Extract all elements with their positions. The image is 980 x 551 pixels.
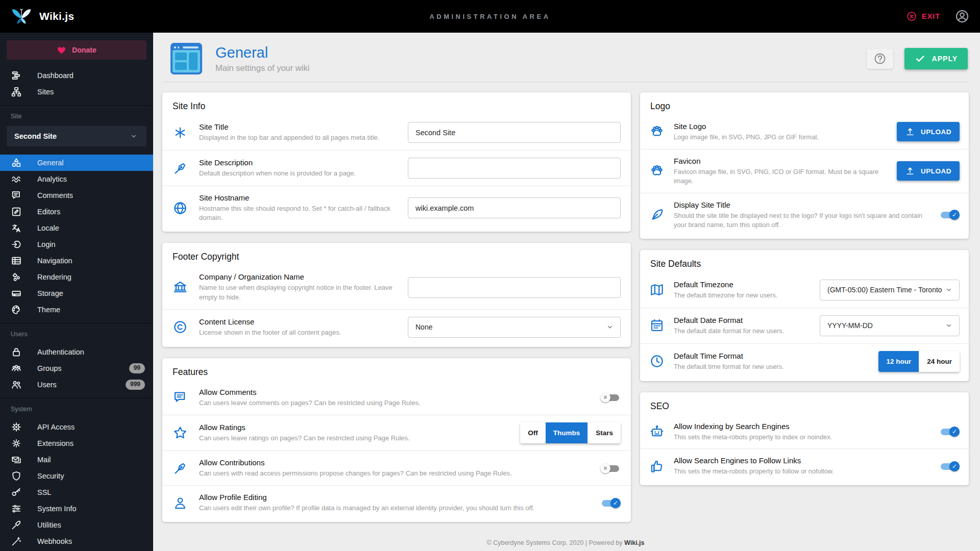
apply-button[interactable]: APPLY bbox=[904, 48, 968, 69]
x-circle-icon bbox=[906, 11, 917, 22]
time-format-12h-button[interactable]: 12 hour bbox=[878, 351, 919, 372]
sidebar-item-webhooks[interactable]: Webhooks bbox=[0, 533, 153, 549]
tune-icon bbox=[11, 503, 22, 514]
sidebar-item-general[interactable]: General bbox=[0, 155, 153, 171]
site-hostname-row: Site Hostname Hostname this site should … bbox=[162, 186, 631, 230]
default-timezone-select[interactable]: (GMT-05:00) Eastern Time - Toronto bbox=[820, 280, 960, 300]
sidebar-item-extensions[interactable]: Extensions bbox=[0, 435, 153, 452]
site-logo-row: Site Logo Logo image file, in SVG, PNG, … bbox=[640, 115, 969, 149]
brand[interactable]: Wiki.js bbox=[10, 5, 153, 28]
sidebar-item-system-info[interactable]: System Info bbox=[0, 500, 153, 517]
sidebar-item-analytics[interactable]: Analytics bbox=[0, 171, 153, 187]
setting-desc: Can users leave comments on pages? Can b… bbox=[199, 398, 591, 408]
sidebar-item-security[interactable]: Security bbox=[0, 468, 153, 484]
setting-desc: Can users with read access permissions p… bbox=[199, 469, 591, 478]
sidebar-item-authentication[interactable]: Authentication bbox=[0, 344, 153, 360]
sidebar-item-label: Theme bbox=[37, 306, 60, 314]
lock-icon bbox=[11, 346, 22, 358]
select-value: None bbox=[415, 323, 432, 331]
page-subtitle: Main settings of your wiki bbox=[215, 63, 309, 73]
site-description-input[interactable] bbox=[408, 158, 621, 179]
sidebar-item-rendering[interactable]: Rendering bbox=[0, 269, 153, 285]
sidebar: Donate Dashboard Sites Site Second Site … bbox=[0, 33, 153, 551]
sidebar-item-dashboard[interactable]: Dashboard bbox=[0, 67, 153, 84]
sidebar-item-sites[interactable]: Sites bbox=[0, 84, 153, 100]
setting-desc: Name to use when displaying copyright no… bbox=[199, 283, 399, 302]
robot-icon bbox=[649, 424, 665, 439]
sidebar-section-system: System bbox=[0, 399, 153, 419]
site-selector[interactable]: Second Site bbox=[7, 126, 146, 146]
favicon-upload-button[interactable]: UPLOAD bbox=[897, 161, 960, 181]
setting-desc: Displayed in the top bar and appended to… bbox=[199, 133, 399, 142]
header-divider bbox=[162, 82, 969, 82]
seo-card: SEO Allow Indexing by Search Engines Thi… bbox=[640, 392, 969, 486]
powered-by-link[interactable]: Wiki.js bbox=[624, 539, 644, 546]
site-defaults-card: Site Defaults Default Timezone The defau… bbox=[640, 250, 969, 381]
sidebar-item-api-access[interactable]: API Access bbox=[0, 419, 153, 435]
sidebar-item-label: Dashboard bbox=[37, 71, 74, 80]
shield-icon bbox=[11, 470, 22, 482]
setting-desc: Should the site title be displayed next … bbox=[674, 211, 930, 230]
account-icon[interactable] bbox=[954, 9, 970, 24]
setting-label: Display Site Title bbox=[674, 201, 930, 209]
sidebar-item-groups[interactable]: Groups 99 bbox=[0, 360, 153, 377]
pencil-box-icon bbox=[11, 206, 22, 217]
time-format-24h-button[interactable]: 24 hour bbox=[919, 351, 960, 372]
sidebar-item-theme[interactable]: Theme bbox=[0, 302, 153, 318]
star-icon bbox=[173, 425, 188, 440]
default-time-format-row: Default Time Format The default time for… bbox=[640, 343, 969, 379]
display-site-title-toggle[interactable]: ✓ bbox=[939, 209, 960, 220]
company-name-input[interactable] bbox=[408, 277, 621, 298]
setting-desc: Logo image file, in SVG, PNG, JPG or GIF… bbox=[674, 133, 888, 142]
sidebar-item-users[interactable]: Users 999 bbox=[0, 377, 153, 393]
sidebar-item-locale[interactable]: Locale bbox=[0, 220, 153, 236]
sidebar-item-navigation[interactable]: Navigation bbox=[0, 253, 153, 269]
exit-button[interactable]: EXIT bbox=[906, 11, 940, 22]
donate-button[interactable]: Donate bbox=[7, 40, 146, 60]
group-icon bbox=[11, 363, 22, 374]
allow-indexing-toggle[interactable]: ✓ bbox=[939, 426, 960, 437]
ratings-thumbs-button[interactable]: Thumbs bbox=[546, 422, 588, 443]
allow-profile-editing-toggle[interactable]: ✓ bbox=[600, 497, 621, 509]
content-license-select[interactable]: None bbox=[408, 317, 621, 338]
setting-label: Default Timezone bbox=[674, 280, 811, 289]
site-hostname-input[interactable] bbox=[408, 197, 621, 218]
sidebar-item-storage[interactable]: Storage bbox=[0, 285, 153, 302]
page-header: General Main settings of your wiki APPLY bbox=[162, 39, 969, 82]
sidebar-item-ssl[interactable]: SSL bbox=[0, 484, 153, 500]
ratings-off-button[interactable]: Off bbox=[520, 422, 546, 443]
site-logo-upload-button[interactable]: UPLOAD bbox=[897, 122, 960, 141]
sidebar-item-comments[interactable]: Comments bbox=[0, 187, 153, 204]
help-button[interactable] bbox=[867, 48, 893, 69]
upload-label: UPLOAD bbox=[921, 128, 951, 136]
setting-label: Site Description bbox=[199, 158, 399, 167]
mail-icon bbox=[11, 454, 22, 465]
allow-contributions-toggle[interactable]: × bbox=[600, 463, 621, 474]
site-title-input[interactable] bbox=[408, 122, 621, 143]
sidebar-item-utilities[interactable]: Utilities bbox=[0, 517, 153, 533]
sidebar-item-label: Utilities bbox=[37, 521, 61, 529]
setting-desc: The default time format for new users. bbox=[674, 362, 869, 371]
allow-contributions-row: Allow Contributions Can users with read … bbox=[162, 450, 631, 485]
allow-follow-links-toggle[interactable]: ✓ bbox=[939, 461, 960, 472]
default-date-format-select[interactable]: YYYY-MM-DD bbox=[820, 315, 960, 336]
card-title: Site Defaults bbox=[640, 250, 969, 272]
bank-icon bbox=[173, 280, 188, 295]
setting-desc: Can users leave ratings on pages? Can be… bbox=[199, 434, 511, 443]
groups-count-badge: 99 bbox=[129, 363, 145, 373]
allow-comments-toggle[interactable]: × bbox=[600, 392, 621, 403]
sidebar-item-label: Login bbox=[37, 240, 55, 248]
sidebar-item-login[interactable]: Login bbox=[0, 236, 153, 253]
card-title: Site Info bbox=[162, 92, 631, 115]
shapes-icon bbox=[11, 157, 22, 168]
sidebar-item-label: Comments bbox=[37, 191, 73, 199]
setting-desc: The default date format for new users. bbox=[674, 327, 811, 336]
time-format-segment: 12 hour 24 hour bbox=[878, 351, 960, 372]
quill-icon bbox=[649, 207, 665, 222]
sidebar-item-label: Rendering bbox=[37, 273, 71, 281]
ratings-stars-button[interactable]: Stars bbox=[587, 422, 621, 443]
sidebar-item-mail[interactable]: Mail bbox=[0, 452, 153, 468]
setting-label: Favicon bbox=[674, 157, 888, 165]
footer-text: © Cyberdyne Systems Corp. 2020 | Powered… bbox=[486, 539, 622, 546]
sidebar-item-editors[interactable]: Editors bbox=[0, 204, 153, 220]
